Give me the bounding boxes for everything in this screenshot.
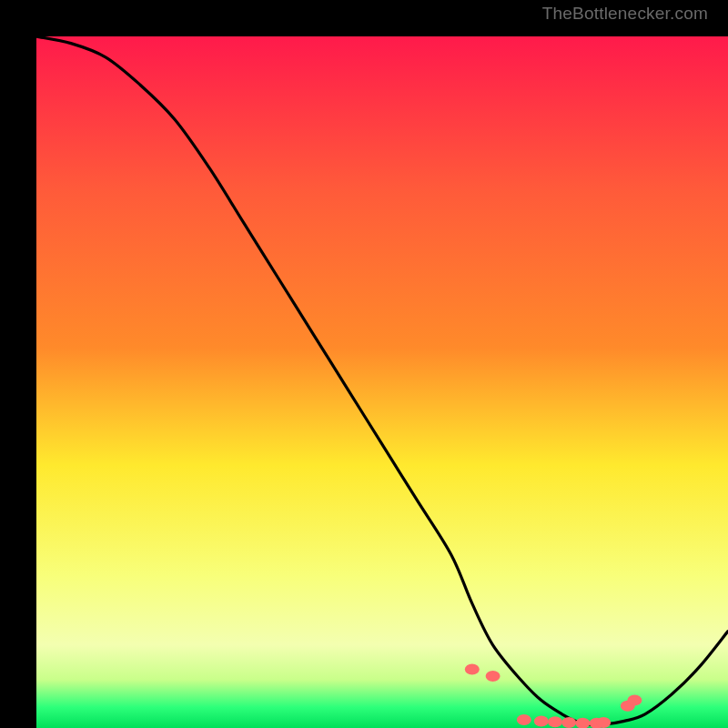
curve-dot xyxy=(596,717,611,728)
plot-bg xyxy=(36,36,728,728)
curve-dot xyxy=(517,714,531,725)
curve-dot xyxy=(627,695,642,706)
curve-dot xyxy=(465,663,480,674)
curve-dot xyxy=(561,717,576,728)
curve-dot xyxy=(548,716,562,727)
bottleneck-chart xyxy=(36,36,728,728)
curve-dot xyxy=(534,715,549,726)
plot-frame xyxy=(18,18,710,710)
watermark-text: TheBottlenecker.com xyxy=(542,4,708,24)
curve-dot xyxy=(486,671,500,682)
